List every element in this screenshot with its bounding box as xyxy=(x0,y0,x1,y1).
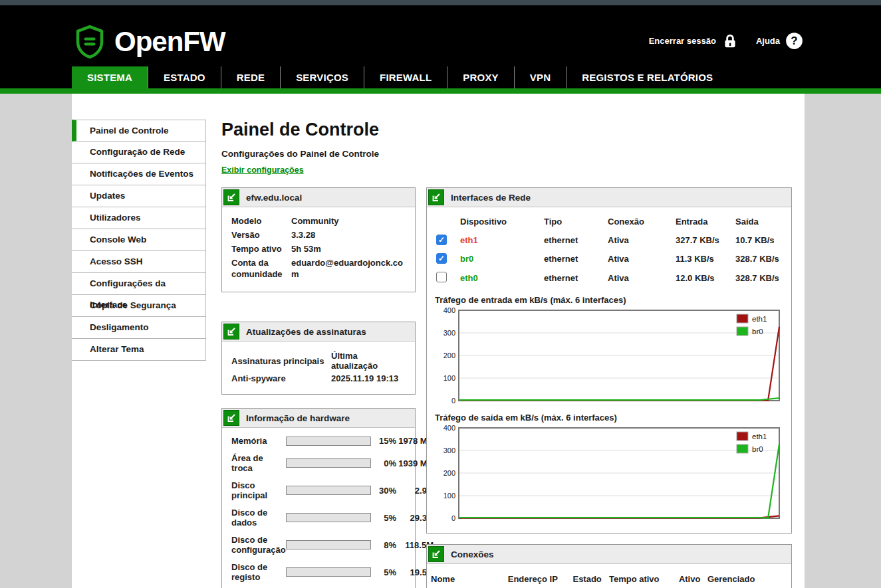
connections-panel-title: Conexões xyxy=(451,549,494,559)
system-row: Versão 3.3.28 xyxy=(231,229,406,241)
svg-text:eth1: eth1 xyxy=(752,433,767,441)
collapse-panel-icon[interactable] xyxy=(223,324,239,340)
connections-panel: Conexões Nome Endereço IP Estado Tempo a… xyxy=(426,544,792,588)
device-name: eth0 xyxy=(460,269,544,290)
svg-text:0: 0 xyxy=(451,514,455,522)
nav-tab-servicos[interactable]: SERVIÇOS xyxy=(280,66,364,88)
accent-bar xyxy=(0,88,881,94)
sidebar-item-copia-de-seguranca[interactable]: Cópia de Segurança xyxy=(72,295,206,317)
signatures-panel: Atualizações de assinaturas Assinaturas … xyxy=(221,322,416,395)
help-label: Ajuda xyxy=(756,36,780,46)
nav-tab-proxy[interactable]: PROXY xyxy=(447,66,514,88)
table-row-br0: ✓ br0 ethernet Ativa 11.3 KB/s 328.7 KB/… xyxy=(428,250,786,269)
svg-text:200: 200 xyxy=(443,351,455,359)
svg-text:300: 300 xyxy=(443,329,455,337)
top-strip xyxy=(0,0,881,5)
hardware-row-data-disk: Disco de dados 5% 29.3G xyxy=(231,508,406,528)
sidebar-item-acesso-ssh[interactable]: Acesso SSH xyxy=(72,251,206,273)
hardware-row-log-disk: Disco de registo 5% 19.5G xyxy=(231,562,406,582)
svg-text:?: ? xyxy=(791,35,797,47)
svg-text:400: 400 xyxy=(443,424,455,432)
shield-logo-icon xyxy=(72,24,108,60)
sidebar-item-notificacoes-de-eventos[interactable]: Notificações de Eventos xyxy=(72,163,206,185)
table-row-eth0: ✓ eth0 ethernet Ativa 12.0 KB/s 328.7 KB… xyxy=(428,269,786,290)
app-header: OpenFW Encerrar sessão Ajuda ? SISTEMA E… xyxy=(0,5,881,88)
svg-text:eth1: eth1 xyxy=(752,315,767,323)
signatures-panel-header: Atualizações de assinaturas xyxy=(222,322,415,342)
device-name: br0 xyxy=(460,250,544,269)
interface-checkbox[interactable]: ✓ xyxy=(436,235,447,245)
collapse-panel-icon[interactable] xyxy=(223,410,239,426)
interfaces-panel: Interfaces de Rede Dispositivo Tipo Cone… xyxy=(426,187,792,534)
svg-text:100: 100 xyxy=(443,374,455,382)
traffic-out-chart-title: Tráfego de saída em kB/s (máx. 6 interfa… xyxy=(435,413,786,423)
interfaces-panel-header: Interfaces de Rede xyxy=(427,188,791,207)
hardware-panel-title: Informação de hardware xyxy=(246,413,350,423)
svg-text:100: 100 xyxy=(443,492,455,500)
main-nav: SISTEMA ESTADO REDE SERVIÇOS FIREWALL PR… xyxy=(72,66,728,88)
signatures-table: Assinaturas principais Última atualizaçã… xyxy=(231,349,406,385)
nav-tab-vpn[interactable]: VPN xyxy=(514,66,566,88)
hardware-row-main-disk: Disco principal 30% 2.9G xyxy=(231,480,406,500)
sidebar-item-configuracoes-da-interface[interactable]: Configurações da Interface xyxy=(72,273,206,295)
page-title: Painel de Controle xyxy=(221,120,792,140)
sidebar-item-alterar-tema[interactable]: Alterar Tema xyxy=(72,339,206,361)
hardware-panel: Informação de hardware Memória 15% 1978 … xyxy=(221,408,416,588)
page-subtitle: Configurações do Painel de Controle xyxy=(221,149,792,159)
nav-tab-estado[interactable]: ESTADO xyxy=(148,66,221,88)
system-panel-header: efw.edu.local xyxy=(222,188,415,207)
interfaces-table: Dispositivo Tipo Conexão Entrada Saída ✓… xyxy=(428,214,786,290)
progress-bar xyxy=(286,513,371,522)
hardware-row-config-disk: Disco de configuração 8% 118.5M xyxy=(231,535,406,555)
header-actions: Encerrar sessão Ajuda ? xyxy=(649,32,803,50)
lock-icon[interactable] xyxy=(721,33,739,50)
svg-text:300: 300 xyxy=(443,446,455,454)
nav-tab-firewall[interactable]: FIREWALL xyxy=(364,66,447,88)
interface-checkbox[interactable]: ✓ xyxy=(436,253,447,264)
traffic-in-chart: 0100200300400eth1br0 xyxy=(435,306,786,407)
help-button[interactable]: Ajuda ? xyxy=(756,32,803,50)
svg-text:br0: br0 xyxy=(752,445,763,453)
logout-label: Encerrar sessão xyxy=(649,36,716,46)
signatures-panel-title: Atualizações de assinaturas xyxy=(246,327,366,337)
sidebar: Painel de Controle Configuração de Rede … xyxy=(72,120,206,588)
main-content: Painel de Controle Configurações do Pain… xyxy=(206,120,805,588)
hardware-row-swap: Área de troca 0% 1939 MB xyxy=(231,453,406,473)
app-logo: OpenFW xyxy=(72,24,225,60)
svg-text:br0: br0 xyxy=(752,328,763,336)
progress-bar xyxy=(286,458,371,468)
sidebar-item-console-web[interactable]: Console Web xyxy=(72,229,206,251)
sidebar-item-painel-de-controle[interactable]: Painel de Controle xyxy=(72,120,206,142)
hardware-row-memory: Memória 15% 1978 MB xyxy=(231,436,406,446)
nav-tab-sistema[interactable]: SISTEMA xyxy=(72,66,148,88)
connections-panel-header: Conexões xyxy=(427,545,791,564)
interface-checkbox[interactable]: ✓ xyxy=(436,272,447,282)
system-row: Modelo Community xyxy=(231,215,406,227)
content-wrapper: Painel de Controle Configuração de Rede … xyxy=(72,94,805,588)
help-icon[interactable]: ? xyxy=(785,32,803,50)
sidebar-item-utilizadores[interactable]: Utilizadores xyxy=(72,207,206,229)
svg-text:400: 400 xyxy=(443,306,455,314)
logout-button[interactable]: Encerrar sessão xyxy=(649,33,739,50)
svg-text:200: 200 xyxy=(443,469,455,477)
device-name: eth1 xyxy=(460,232,544,250)
system-row: Conta da comunidade eduardo@eduardojonck… xyxy=(231,257,406,280)
progress-bar xyxy=(286,567,371,577)
progress-bar xyxy=(286,540,371,549)
sidebar-item-configuracao-de-rede[interactable]: Configuração de Rede xyxy=(72,142,206,163)
collapse-panel-icon[interactable] xyxy=(428,546,444,562)
signatures-col2: Última atualização xyxy=(331,349,406,372)
nav-tab-registos[interactable]: REGISTOS E RELATÓRIOS xyxy=(566,66,728,88)
logo-text: OpenFW xyxy=(114,26,225,58)
table-row: Anti-spyware 2025.11.19 19:13 xyxy=(231,372,406,385)
svg-text:0: 0 xyxy=(451,397,455,405)
collapse-panel-icon[interactable] xyxy=(428,189,444,205)
show-settings-link[interactable]: Exibir configurações xyxy=(221,165,304,175)
table-row-eth1: ✓ eth1 ethernet Ativa 327.7 KB/s 10.7 KB… xyxy=(428,232,786,250)
sidebar-item-desligamento[interactable]: Desligamento xyxy=(72,317,206,339)
system-row: Tempo ativo 5h 53m xyxy=(231,243,406,254)
sidebar-item-updates[interactable]: Updates xyxy=(72,185,206,207)
nav-tab-rede[interactable]: REDE xyxy=(221,66,280,88)
system-panel: efw.edu.local Modelo Community Versão 3.… xyxy=(221,187,416,292)
collapse-panel-icon[interactable] xyxy=(223,189,239,205)
